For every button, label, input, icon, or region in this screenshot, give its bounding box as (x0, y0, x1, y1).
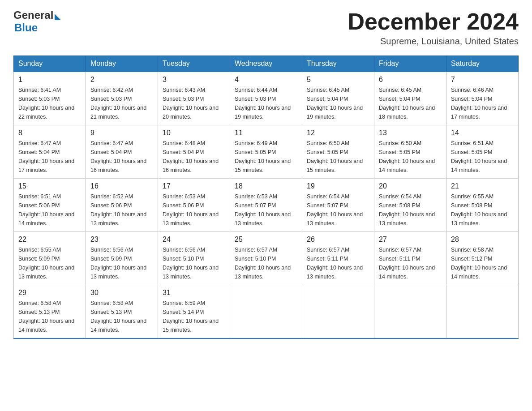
calendar-cell: 31 Sunrise: 6:59 AMSunset: 5:14 PMDaylig… (158, 285, 230, 339)
day-info: Sunrise: 6:51 AMSunset: 5:06 PMDaylight:… (18, 192, 81, 228)
day-info: Sunrise: 6:56 AMSunset: 5:10 PMDaylight:… (163, 245, 225, 281)
day-info: Sunrise: 6:58 AMSunset: 5:12 PMDaylight:… (451, 245, 514, 281)
day-number: 7 (451, 76, 514, 84)
calendar-cell: 4 Sunrise: 6:44 AMSunset: 5:03 PMDayligh… (230, 72, 302, 125)
day-info: Sunrise: 6:45 AMSunset: 5:04 PMDaylight:… (379, 86, 442, 121)
calendar-cell: 13 Sunrise: 6:50 AMSunset: 5:05 PMDaylig… (374, 125, 446, 179)
day-number: 13 (379, 129, 442, 137)
calendar-cell: 25 Sunrise: 6:57 AMSunset: 5:10 PMDaylig… (230, 232, 302, 285)
weekday-header-tuesday: Tuesday (158, 56, 230, 72)
weekday-header-sunday: Sunday (14, 56, 86, 72)
calendar-cell: 20 Sunrise: 6:54 AMSunset: 5:08 PMDaylig… (374, 179, 446, 232)
calendar-cell (230, 285, 302, 339)
day-number: 2 (90, 76, 153, 84)
day-info: Sunrise: 6:54 AMSunset: 5:07 PMDaylight:… (307, 192, 369, 228)
calendar-cell: 29 Sunrise: 6:58 AMSunset: 5:13 PMDaylig… (14, 285, 86, 339)
day-info: Sunrise: 6:54 AMSunset: 5:08 PMDaylight:… (379, 192, 442, 228)
day-info: Sunrise: 6:50 AMSunset: 5:05 PMDaylight:… (307, 139, 369, 175)
calendar-cell: 10 Sunrise: 6:48 AMSunset: 5:04 PMDaylig… (158, 125, 230, 179)
day-number: 22 (18, 235, 81, 244)
calendar-cell: 23 Sunrise: 6:56 AMSunset: 5:09 PMDaylig… (86, 232, 158, 285)
day-number: 31 (163, 289, 225, 297)
day-info: Sunrise: 6:57 AMSunset: 5:11 PMDaylight:… (379, 245, 442, 281)
day-info: Sunrise: 6:58 AMSunset: 5:13 PMDaylight:… (90, 299, 153, 334)
day-info: Sunrise: 6:50 AMSunset: 5:05 PMDaylight:… (379, 139, 442, 175)
location: Supreme, Louisiana, United States (348, 36, 519, 47)
day-info: Sunrise: 6:53 AMSunset: 5:06 PMDaylight:… (163, 192, 225, 228)
day-info: Sunrise: 6:51 AMSunset: 5:05 PMDaylight:… (451, 139, 514, 175)
day-info: Sunrise: 6:56 AMSunset: 5:09 PMDaylight:… (90, 245, 153, 281)
day-info: Sunrise: 6:49 AMSunset: 5:05 PMDaylight:… (235, 139, 297, 175)
calendar-cell: 9 Sunrise: 6:47 AMSunset: 5:04 PMDayligh… (86, 125, 158, 179)
calendar-cell: 7 Sunrise: 6:46 AMSunset: 5:04 PMDayligh… (446, 72, 519, 125)
day-number: 3 (163, 76, 225, 84)
logo: General Blue (13, 9, 61, 34)
day-info: Sunrise: 6:42 AMSunset: 5:03 PMDaylight:… (90, 86, 153, 121)
day-info: Sunrise: 6:47 AMSunset: 5:04 PMDaylight:… (18, 139, 81, 175)
day-info: Sunrise: 6:59 AMSunset: 5:14 PMDaylight:… (163, 299, 225, 334)
day-number: 29 (18, 289, 81, 297)
day-number: 20 (379, 182, 442, 190)
day-number: 5 (307, 76, 369, 84)
day-info: Sunrise: 6:47 AMSunset: 5:04 PMDaylight:… (90, 139, 153, 175)
day-number: 21 (451, 182, 514, 190)
day-info: Sunrise: 6:55 AMSunset: 5:09 PMDaylight:… (18, 245, 81, 281)
calendar-cell: 22 Sunrise: 6:55 AMSunset: 5:09 PMDaylig… (14, 232, 86, 285)
month-title: December 2024 (348, 9, 519, 34)
calendar-cell: 12 Sunrise: 6:50 AMSunset: 5:05 PMDaylig… (302, 125, 374, 179)
day-number: 28 (451, 235, 514, 244)
day-number: 18 (235, 182, 297, 190)
calendar-week-5: 29 Sunrise: 6:58 AMSunset: 5:13 PMDaylig… (14, 285, 519, 339)
calendar-cell: 19 Sunrise: 6:54 AMSunset: 5:07 PMDaylig… (302, 179, 374, 232)
day-info: Sunrise: 6:43 AMSunset: 5:03 PMDaylight:… (163, 86, 225, 121)
calendar-cell: 11 Sunrise: 6:49 AMSunset: 5:05 PMDaylig… (230, 125, 302, 179)
weekday-header-wednesday: Wednesday (230, 56, 302, 72)
calendar-cell: 26 Sunrise: 6:57 AMSunset: 5:11 PMDaylig… (302, 232, 374, 285)
day-number: 11 (235, 129, 297, 137)
calendar-cell (374, 285, 446, 339)
calendar-cell: 16 Sunrise: 6:52 AMSunset: 5:06 PMDaylig… (86, 179, 158, 232)
calendar-cell: 21 Sunrise: 6:55 AMSunset: 5:08 PMDaylig… (446, 179, 519, 232)
day-info: Sunrise: 6:52 AMSunset: 5:06 PMDaylight:… (90, 192, 153, 228)
day-info: Sunrise: 6:58 AMSunset: 5:13 PMDaylight:… (18, 299, 81, 334)
day-number: 17 (163, 182, 225, 190)
day-number: 10 (163, 129, 225, 137)
day-number: 16 (90, 182, 153, 190)
calendar-cell: 27 Sunrise: 6:57 AMSunset: 5:11 PMDaylig… (374, 232, 446, 285)
calendar-cell: 8 Sunrise: 6:47 AMSunset: 5:04 PMDayligh… (14, 125, 86, 179)
calendar-cell: 14 Sunrise: 6:51 AMSunset: 5:05 PMDaylig… (446, 125, 519, 179)
day-number: 26 (307, 235, 369, 244)
day-number: 23 (90, 235, 153, 244)
weekday-header-friday: Friday (374, 56, 446, 72)
calendar-week-2: 8 Sunrise: 6:47 AMSunset: 5:04 PMDayligh… (14, 125, 519, 179)
logo-general-text: General (13, 9, 53, 21)
calendar-week-1: 1 Sunrise: 6:41 AMSunset: 5:03 PMDayligh… (14, 72, 519, 125)
calendar-cell: 2 Sunrise: 6:42 AMSunset: 5:03 PMDayligh… (86, 72, 158, 125)
calendar-cell: 17 Sunrise: 6:53 AMSunset: 5:06 PMDaylig… (158, 179, 230, 232)
page-header: General Blue December 2024 Supreme, Loui… (13, 9, 519, 47)
calendar-cell: 1 Sunrise: 6:41 AMSunset: 5:03 PMDayligh… (14, 72, 86, 125)
day-number: 4 (235, 76, 297, 84)
day-number: 15 (18, 182, 81, 190)
weekday-header-saturday: Saturday (446, 56, 519, 72)
logo-blue-text: Blue (14, 21, 38, 34)
calendar-cell (302, 285, 374, 339)
day-info: Sunrise: 6:44 AMSunset: 5:03 PMDaylight:… (235, 86, 297, 121)
calendar-week-3: 15 Sunrise: 6:51 AMSunset: 5:06 PMDaylig… (14, 179, 519, 232)
calendar-cell: 24 Sunrise: 6:56 AMSunset: 5:10 PMDaylig… (158, 232, 230, 285)
day-info: Sunrise: 6:48 AMSunset: 5:04 PMDaylight:… (163, 139, 225, 175)
calendar-cell (446, 285, 519, 339)
day-number: 1 (18, 76, 81, 84)
day-number: 12 (307, 129, 369, 137)
title-section: December 2024 Supreme, Louisiana, United… (348, 9, 519, 47)
day-number: 19 (307, 182, 369, 190)
day-number: 6 (379, 76, 442, 84)
weekday-header-row: SundayMondayTuesdayWednesdayThursdayFrid… (14, 56, 519, 72)
day-number: 30 (90, 289, 153, 297)
day-number: 24 (163, 235, 225, 244)
calendar-cell: 30 Sunrise: 6:58 AMSunset: 5:13 PMDaylig… (86, 285, 158, 339)
day-info: Sunrise: 6:55 AMSunset: 5:08 PMDaylight:… (451, 192, 514, 228)
day-info: Sunrise: 6:53 AMSunset: 5:07 PMDaylight:… (235, 192, 297, 228)
weekday-header-monday: Monday (86, 56, 158, 72)
day-number: 25 (235, 235, 297, 244)
